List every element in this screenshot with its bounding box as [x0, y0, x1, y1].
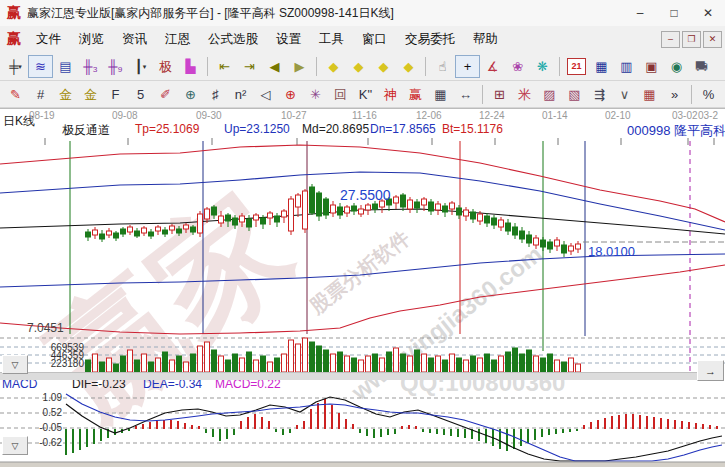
- f-grid-icon[interactable]: F: [103, 83, 128, 106]
- window-minimize-button[interactable]: –: [623, 1, 657, 25]
- window-maximize-button[interactable]: □: [657, 1, 691, 25]
- note-list-icon[interactable]: ▤: [53, 55, 78, 78]
- child-minimize-button[interactable]: –: [661, 31, 680, 48]
- indicator-label: Up=23.1250: [224, 122, 290, 136]
- menu-item-7[interactable]: 窗口: [353, 31, 396, 48]
- diamond-hmove-icon[interactable]: ◆: [371, 55, 396, 78]
- prev-icon[interactable]: ◀: [262, 55, 287, 78]
- macd-collapse-button[interactable]: ▽: [2, 436, 28, 455]
- target-circle-icon[interactable]: ⊕: [278, 83, 303, 106]
- candle-style-icon[interactable]: ┃▾: [128, 55, 153, 78]
- grid-ruler-icon[interactable]: #: [28, 83, 53, 106]
- menu-item-5[interactable]: 设置: [267, 31, 310, 48]
- angle-tool-icon[interactable]: ∡: [480, 55, 505, 78]
- window-title: 赢家江恩专业版[赢家内部服务平台] - [隆平高科 SZ000998-141日K…: [27, 5, 394, 22]
- date-tick-label: 03-2: [698, 110, 718, 121]
- gold-grid-2-icon[interactable]: 金: [78, 83, 103, 106]
- target-square-icon[interactable]: 回: [328, 83, 353, 106]
- notepad-icon[interactable]: ▥: [614, 55, 639, 78]
- menu-item-9[interactable]: 帮助: [464, 31, 507, 48]
- dropdown-arrow-icon: ▾: [18, 63, 22, 70]
- indicator-label: Tp=25.1069: [135, 122, 199, 136]
- save-icon[interactable]: ▣: [639, 55, 664, 78]
- red-grid-icon[interactable]: ▦: [637, 83, 662, 106]
- fan-box-1-icon[interactable]: ▨: [537, 83, 562, 106]
- ying-icon[interactable]: 赢: [403, 83, 428, 106]
- flower-tool-icon[interactable]: ❀: [505, 55, 530, 78]
- chart-canvas[interactable]: [0, 109, 725, 463]
- shen-icon[interactable]: 神: [378, 83, 403, 106]
- date-tick-label: 03-02: [672, 110, 698, 121]
- brain-tool-icon[interactable]: ❋: [530, 55, 555, 78]
- wave-tool-icon[interactable]: ≋: [28, 55, 53, 78]
- menu-bar: 赢 文件浏览资讯江恩公式选股设置工具窗口交易委托帮助 –❐✕: [0, 26, 725, 53]
- horizontal-scrollbar-track[interactable]: [0, 372, 697, 380]
- trade-truck-icon[interactable]: ⛟: [689, 55, 714, 78]
- color-bars-icon[interactable]: ▙: [178, 55, 203, 78]
- k-quote-icon[interactable]: K": [353, 83, 378, 106]
- jiangen-tool-icon[interactable]: 极: [153, 55, 178, 78]
- macd-scale-label: -0.62: [26, 437, 62, 448]
- more-1-icon[interactable]: »: [662, 83, 687, 106]
- menu-logo-icon: 赢: [7, 30, 21, 48]
- dense-grid-icon[interactable]: ▦: [428, 83, 453, 106]
- menu-item-3[interactable]: 江恩: [156, 31, 199, 48]
- gann-fan-icon[interactable]: 米: [512, 83, 537, 106]
- toolbar-main: ╪▾≋▤╫₃╫₉┃▾极▙⇤⇥◀▶◆◆◆◆☝+∡❀❋21▦▥▣◉⛟: [0, 52, 725, 81]
- toolbar-separator: [559, 57, 560, 76]
- indicator-label: Md=20.8695: [302, 122, 369, 136]
- crosshair-tool-icon[interactable]: +: [455, 55, 480, 78]
- chart-area[interactable]: 赢家 股票分析软件 www.yingjia360.com QQ:10080036…: [0, 108, 725, 463]
- v-lines-icon[interactable]: ∨: [612, 83, 637, 106]
- scroll-right-button[interactable]: →: [697, 360, 724, 381]
- star-circle-icon[interactable]: ✳: [303, 83, 328, 106]
- diamond-right-icon[interactable]: ◆: [346, 55, 371, 78]
- window-close-button[interactable]: ✕: [691, 1, 725, 25]
- diamond-cross-icon[interactable]: ◆: [396, 55, 421, 78]
- volume-collapse-button[interactable]: ▽: [2, 355, 28, 374]
- chart-9-icon[interactable]: ╫₉: [103, 55, 128, 78]
- volume-scale-label: 223180: [28, 358, 84, 369]
- date-tick-label: 12-24: [479, 110, 505, 121]
- pen-chart-icon[interactable]: ✐: [153, 83, 178, 106]
- menu-item-0[interactable]: 文件: [27, 31, 70, 48]
- period-day-icon[interactable]: ╪▾: [3, 55, 28, 78]
- hand-tool-icon[interactable]: ☝: [430, 55, 455, 78]
- window-grid-icon[interactable]: ⊞: [487, 83, 512, 106]
- price-low-label: 7.0451: [27, 321, 64, 335]
- menu-item-4[interactable]: 公式选股: [199, 31, 267, 48]
- pen-icon[interactable]: ✎: [3, 83, 28, 106]
- child-restore-button[interactable]: ❐: [682, 31, 701, 48]
- fan-box-2-icon[interactable]: ▧: [562, 83, 587, 106]
- network-icon[interactable]: ◉: [664, 55, 689, 78]
- first-page-icon[interactable]: ⇤: [212, 55, 237, 78]
- menu-item-1[interactable]: 浏览: [70, 31, 113, 48]
- macd-scale-label: -0.05: [26, 422, 62, 433]
- n2-icon[interactable]: n²: [228, 83, 253, 106]
- menu-item-8[interactable]: 交易委托: [396, 31, 464, 48]
- diamond-left-icon[interactable]: ◆: [321, 55, 346, 78]
- angle-a-icon[interactable]: ◁: [253, 83, 278, 106]
- arrows-h-icon[interactable]: ↔: [453, 83, 478, 106]
- macd-scale-label: 1.09: [26, 392, 62, 403]
- compass-icon[interactable]: ⊕: [178, 83, 203, 106]
- date-tick-label: 12-06: [416, 110, 442, 121]
- last-page-icon[interactable]: ⇥: [237, 55, 262, 78]
- menu-item-6[interactable]: 工具: [310, 31, 353, 48]
- child-close-button[interactable]: ✕: [703, 31, 722, 48]
- calculator-icon[interactable]: ▦: [589, 55, 614, 78]
- toolbar-separator: [691, 85, 692, 104]
- price-high-label: 27.5500: [340, 187, 391, 203]
- arrow-fan-icon[interactable]: ⇶: [587, 83, 612, 106]
- chart-3-icon[interactable]: ╫₃: [78, 55, 103, 78]
- five-grid-icon[interactable]: 5: [128, 83, 153, 106]
- next-icon[interactable]: ▶: [287, 55, 312, 78]
- calendar-icon[interactable]: 21: [567, 58, 586, 75]
- toolbar-separator: [207, 57, 208, 76]
- hash-icon[interactable]: ♯: [203, 83, 228, 106]
- date-tick-label: 09-30: [196, 110, 222, 121]
- gold-grid-1-icon[interactable]: 金: [53, 83, 78, 106]
- menu-item-2[interactable]: 资讯: [113, 31, 156, 48]
- percent-icon[interactable]: %: [696, 83, 721, 106]
- more-2-icon[interactable]: »: [721, 83, 725, 106]
